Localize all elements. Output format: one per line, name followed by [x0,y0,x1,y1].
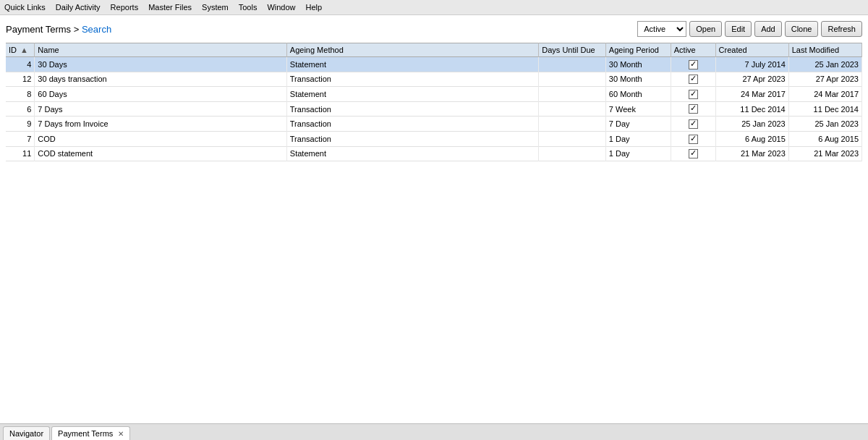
table-container: ID ▲ Name Ageing Method Days Until Due A… [6,43,862,418]
tab-navigator-label: Navigator [9,429,43,438]
menu-help[interactable]: Help [306,3,323,12]
main-content: Payment Terms > Search Active Inactive A… [0,15,868,423]
breadcrumb-search-link[interactable]: Search [82,24,111,35]
menu-tools[interactable]: Tools [239,3,258,12]
col-header-days-until-due[interactable]: Days Until Due [539,43,606,57]
tab-payment-terms-label: Payment Terms [58,429,113,438]
active-checkbox [689,75,698,84]
menu-bar: Quick Links Daily Activity Reports Maste… [0,0,868,15]
table-row[interactable]: 11COD statementStatement1 Day21 Mar 2023… [6,146,862,161]
edit-button[interactable]: Edit [725,21,752,37]
col-header-active[interactable]: Active [671,43,715,57]
menu-daily-activity[interactable]: Daily Activity [56,3,101,12]
active-checkbox [689,149,698,158]
tab-close-icon[interactable]: ✕ [118,430,124,438]
header-row: Payment Terms > Search Active Inactive A… [6,21,862,37]
menu-window[interactable]: Window [267,3,295,12]
active-checkbox [689,60,698,69]
active-checkbox [689,119,698,129]
table-row[interactable]: 97 Days from InvoiceTransaction7 Day25 J… [6,117,862,132]
open-button[interactable]: Open [689,21,722,37]
add-button[interactable]: Add [754,21,782,37]
header-controls: Active Inactive All Open Edit Add Clone … [637,21,862,37]
col-header-name[interactable]: Name [35,43,286,57]
clone-button[interactable]: Clone [785,21,819,37]
col-header-created[interactable]: Created [715,43,788,57]
table-row[interactable]: 860 DaysStatement60 Month24 Mar 201724 M… [6,87,862,102]
status-select[interactable]: Active Inactive All [637,21,686,37]
page-title-text: Payment Terms [6,24,71,35]
tab-payment-terms[interactable]: Payment Terms ✕ [51,426,130,440]
active-checkbox [689,104,698,114]
page-title: Payment Terms > Search [6,24,111,35]
menu-master-files[interactable]: Master Files [148,3,192,12]
col-header-ageing-period[interactable]: Ageing Period [605,43,671,57]
table-row[interactable]: 430 DaysStatement30 Month7 July 201425 J… [6,57,862,72]
active-checkbox [689,90,698,99]
table-row[interactable]: 67 DaysTransaction7 Week11 Dec 201411 De… [6,101,862,117]
refresh-button[interactable]: Refresh [821,21,862,37]
table-row[interactable]: 1230 days transactionTransaction30 Month… [6,72,862,87]
tab-navigator[interactable]: Navigator [3,426,50,440]
col-header-id[interactable]: ID ▲ [6,43,35,57]
tab-bar: Navigator Payment Terms ✕ [0,423,868,440]
menu-system[interactable]: System [202,3,229,12]
menu-reports[interactable]: Reports [111,3,139,12]
table-header-row: ID ▲ Name Ageing Method Days Until Due A… [6,43,862,57]
menu-quick-links[interactable]: Quick Links [4,3,46,12]
payment-terms-table: ID ▲ Name Ageing Method Days Until Due A… [6,43,862,161]
breadcrumb-separator: > [74,24,82,35]
active-checkbox [689,135,698,144]
col-header-last-modified[interactable]: Last Modified [788,43,861,57]
table-row[interactable]: 7CODTransaction1 Day6 Aug 20156 Aug 2015 [6,131,862,146]
col-header-ageing-method[interactable]: Ageing Method [286,43,538,57]
